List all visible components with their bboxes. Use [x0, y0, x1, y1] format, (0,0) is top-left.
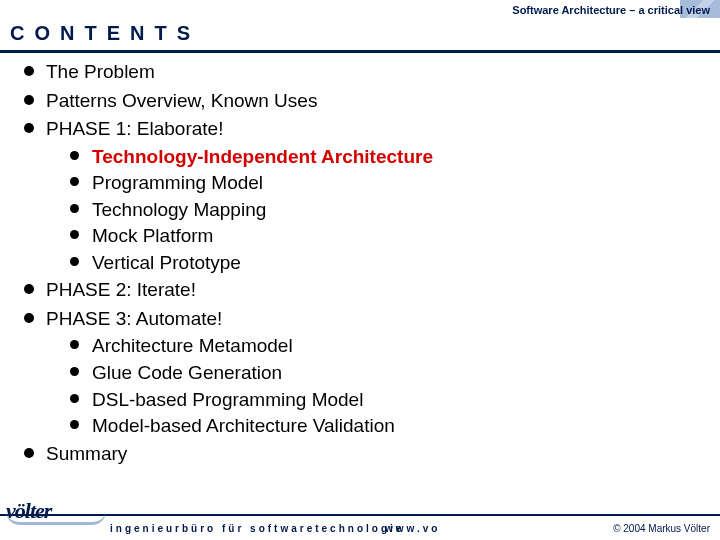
outline-subitem: Mock Platform	[68, 223, 700, 250]
footer-website: www.vo	[385, 523, 440, 534]
outline-subitem: DSL-based Programming Model	[68, 387, 700, 414]
footer-rule	[0, 514, 720, 516]
outline-subitem-label: Mock Platform	[92, 225, 213, 246]
outline-subitem: Model-based Architecture Validation	[68, 413, 700, 440]
outline-item: The Problem	[20, 58, 700, 87]
outline-subitem: Vertical Prototype	[68, 250, 700, 277]
outline-item-label: PHASE 2: Iterate!	[46, 279, 196, 300]
slide: Software Architecture – a critical view …	[0, 0, 720, 540]
outline-subitem: Technology Mapping	[68, 197, 700, 224]
outline-item: Summary	[20, 440, 700, 469]
outline-subitem-label: Technology-Independent Architecture	[92, 146, 433, 167]
outline-subitem-label: Vertical Prototype	[92, 252, 241, 273]
outline-item-label: The Problem	[46, 61, 155, 82]
outline-item: PHASE 1: Elaborate!Technology-Independen…	[20, 115, 700, 276]
outline-subitem-label: DSL-based Programming Model	[92, 389, 363, 410]
page-title: CONTENTS	[10, 22, 200, 45]
outline-subitem: Glue Code Generation	[68, 360, 700, 387]
outline-subitem: Programming Model	[68, 170, 700, 197]
outline-item-label: PHASE 1: Elaborate!	[46, 118, 223, 139]
outline-item-label: PHASE 3: Automate!	[46, 308, 222, 329]
outline-item: Patterns Overview, Known Uses	[20, 87, 700, 116]
outline: The ProblemPatterns Overview, Known Uses…	[20, 58, 700, 468]
outline-item-label: Summary	[46, 443, 127, 464]
outline-subitem-label: Technology Mapping	[92, 199, 266, 220]
outline-subitem-label: Glue Code Generation	[92, 362, 282, 383]
footer: völter ingenieurbüro für softwaretechnol…	[0, 492, 720, 540]
outline-item: PHASE 3: Automate!Architecture Metamodel…	[20, 305, 700, 440]
outline-subitem-label: Model-based Architecture Validation	[92, 415, 395, 436]
logo: völter	[6, 498, 106, 526]
title-rule	[0, 50, 720, 53]
outline-item-label: Patterns Overview, Known Uses	[46, 90, 317, 111]
outline-subitem-label: Programming Model	[92, 172, 263, 193]
logo-swoosh	[6, 511, 106, 525]
footer-copyright: © 2004 Markus Völter	[613, 523, 710, 534]
outline-item: PHASE 2: Iterate!	[20, 276, 700, 305]
outline-subitem-label: Architecture Metamodel	[92, 335, 293, 356]
outline-subitem: Architecture Metamodel	[68, 333, 700, 360]
outline-subitem: Technology-Independent Architecture	[68, 144, 700, 171]
footer-tagline: ingenieurbüro für softwaretechnologie	[110, 523, 404, 534]
header-tagline: Software Architecture – a critical view	[512, 4, 710, 16]
